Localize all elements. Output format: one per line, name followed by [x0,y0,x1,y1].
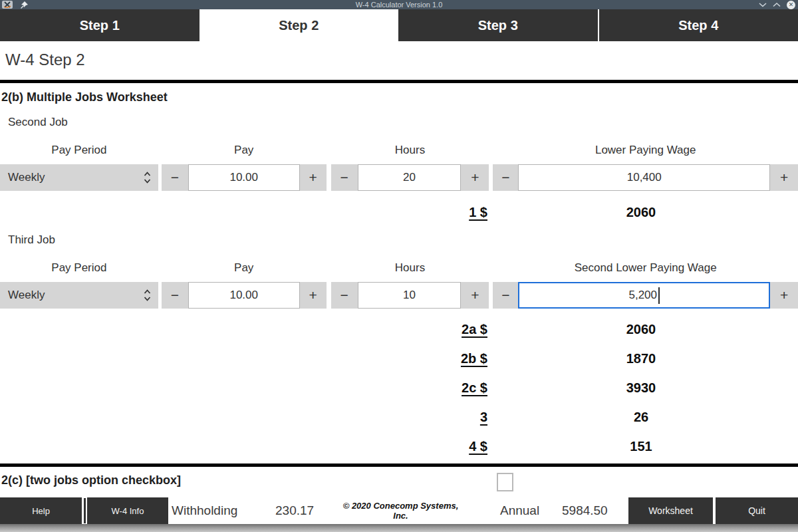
pay-period-header: Pay Period [0,260,158,276]
footer-bar: Help W-4 Info Withholding 230.17 © 2020 … [0,497,798,524]
tab-step-1-label: Step 1 [80,18,120,33]
pay-header: Pay [162,142,327,158]
page-title: W-4 Step 2 [0,41,798,80]
second-job-pay-period-value: Weekly [8,171,45,184]
second-job-control-row: Weekly − 10.00 + − 20 + − 10,400 + [0,164,798,191]
line-2c-value: 3930 [487,378,795,397]
second-job-pay-input[interactable]: 10.00 [188,164,300,191]
third-job-hours-input[interactable]: 10 [358,282,462,309]
line-2b-label: 2b $ [0,349,487,368]
tab-step-1[interactable]: Step 1 [0,9,200,41]
minimize-icon[interactable] [759,2,767,7]
copyright-text: © 2020 Conecomp Systems, Inc. [336,501,466,521]
line-1-label: 1 $ [0,203,487,221]
section-2c-heading: 2(c) [two jobs option checkbox] [1,473,181,487]
two-jobs-option-checkbox[interactable] [497,473,513,491]
second-job-pay-decrement-button[interactable]: − [162,164,188,191]
section-2c: 2(c) [two jobs option checkbox] [0,467,798,497]
line-4-value: 151 [487,437,795,456]
third-job-pay-period-select[interactable]: Weekly [0,282,158,309]
tab-step-4[interactable]: Step 4 [598,9,798,41]
third-job-pay-decrement-button[interactable]: − [162,282,188,309]
tab-step-2-label: Step 2 [279,18,319,33]
line-4-label: 4 $ [0,437,487,456]
divider [0,80,798,83]
withholding-label: Withholding [172,503,253,518]
second-job-wage-increment-button[interactable]: + [770,164,798,191]
tab-step-2[interactable]: Step 2 [200,9,399,41]
worksheet-button[interactable]: Worksheet [628,497,713,524]
third-job-wage-increment-button[interactable]: + [770,282,798,309]
hours-header: Hours [331,142,489,158]
second-job-wage-input[interactable]: 10,400 [518,164,770,191]
second-job-hours-decrement-button[interactable]: − [331,164,358,191]
third-job-wage-input[interactable]: 5,200 [518,282,770,309]
quit-button[interactable]: Quit [716,497,798,524]
maximize-icon[interactable] [773,2,781,7]
text-caret [658,287,660,304]
line-2a-label: 2a $ [0,320,487,338]
second-job-pay-period-select[interactable]: Weekly [0,164,158,191]
line-2c-row: 2c $ 3930 [0,378,798,397]
footer-separator [84,498,86,523]
third-job-control-row: Weekly − 10.00 + − 10 + − 5,200 + [0,282,798,309]
line-3-row: 3 26 [0,408,798,426]
chevron-up-down-icon [143,170,152,185]
line-2a-row: 2a $ 2060 [0,320,798,338]
line-2a-value: 2060 [487,320,795,338]
line-1-value: 2060 [487,203,795,221]
w4-info-button[interactable]: W-4 Info [87,497,168,524]
line-2b-row: 2b $ 1870 [0,349,798,368]
second-job-column-headers: Pay Period Pay Hours Lower Paying Wage [0,142,798,158]
second-job-label: Second Job [8,114,798,130]
pay-period-header: Pay Period [0,142,158,158]
line-2c-label: 2c $ [0,378,487,397]
hours-header: Hours [331,260,489,276]
pay-header: Pay [162,260,327,276]
third-job-pay-input[interactable]: 10.00 [188,282,300,309]
window-bottom-shadow [0,524,798,532]
withholding-value: 230.17 [275,503,320,518]
third-job-hours-decrement-button[interactable]: − [331,282,358,309]
third-job-wage-value: 5,200 [628,289,657,302]
second-lower-paying-wage-header: Second Lower Paying Wage [493,260,798,276]
tab-step-3[interactable]: Step 3 [398,9,598,41]
third-job-pay-period-value: Weekly [8,289,45,302]
tab-step-4-label: Step 4 [678,18,718,33]
second-job-wage-decrement-button[interactable]: − [493,164,518,191]
line-3-value: 26 [487,408,795,426]
tab-step-3-label: Step 3 [478,18,518,33]
close-icon[interactable]: ✕ [787,1,795,9]
annual-value: 5984.50 [562,503,612,518]
third-job-hours-increment-button[interactable]: + [461,282,489,309]
third-job-pay-increment-button[interactable]: + [300,282,327,309]
lower-paying-wage-header: Lower Paying Wage [493,142,798,158]
second-job-hours-increment-button[interactable]: + [461,164,489,191]
third-job-wage-decrement-button[interactable]: − [493,282,518,309]
line-2b-value: 1870 [487,349,795,368]
window-titlebar: W-4 Calculator Version 1.0 ✕ [0,0,798,9]
window-title: W-4 Calculator Version 1.0 [0,0,798,9]
chevron-up-down-icon [143,288,152,303]
line-4-row: 4 $ 151 [0,437,798,456]
help-button[interactable]: Help [0,497,82,524]
second-job-hours-input[interactable]: 20 [358,164,462,191]
third-job-label: Third Job [8,232,798,248]
annual-label: Annual [500,503,548,518]
line-3-label: 3 [0,408,487,426]
line-1-row: 1 $ 2060 [0,203,798,221]
step-tabs: Step 1 Step 2 Step 3 Step 4 [0,9,798,41]
second-job-pay-increment-button[interactable]: + [300,164,327,191]
section-2b-heading: 2(b) Multiple Jobs Worksheet [1,89,798,105]
third-job-column-headers: Pay Period Pay Hours Second Lower Paying… [0,260,798,276]
